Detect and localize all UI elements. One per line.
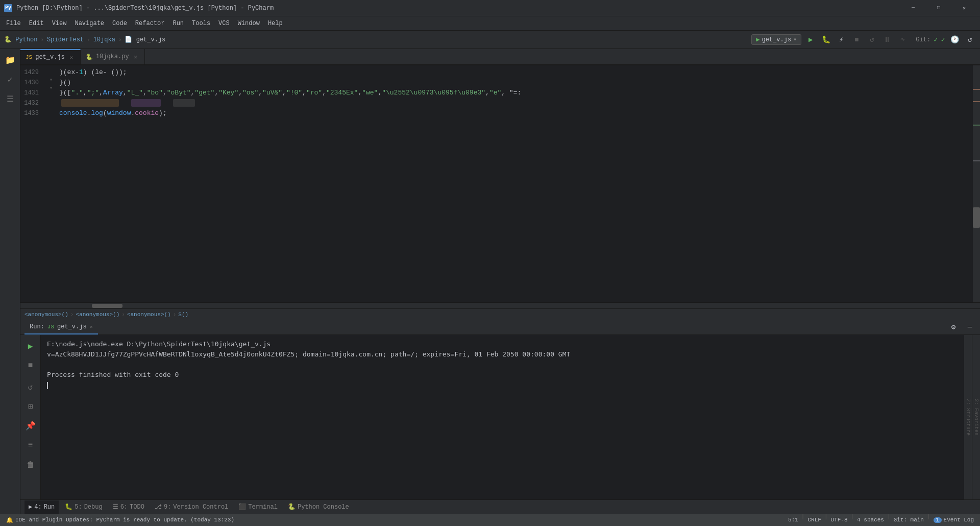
tab-10jqka-py[interactable]: 🐍 10jqka.py ✕ xyxy=(81,49,145,64)
run-stop-icon[interactable]: ■ xyxy=(21,356,40,375)
code-line-1432 xyxy=(57,98,973,108)
code-line-1431: }([".", ";", Array, "L_", "bo", "oByt", … xyxy=(57,88,973,98)
encoding[interactable]: UTF-8 xyxy=(828,514,849,526)
menu-run[interactable]: Run xyxy=(168,18,188,29)
favorites-panel-label[interactable]: 2: Favorites xyxy=(972,335,980,499)
menu-window[interactable]: Window xyxy=(234,18,264,29)
menu-refactor[interactable]: Refactor xyxy=(131,18,169,29)
ln-1431: 1431 xyxy=(20,88,43,98)
terminal-status-label: Terminal xyxy=(248,504,278,511)
stop-button[interactable]: ■ xyxy=(850,34,863,46)
run-button[interactable]: ▶ xyxy=(804,34,817,46)
line-endings[interactable]: CRLF xyxy=(805,514,823,526)
panel-settings-icon[interactable]: ⚙ xyxy=(947,321,960,333)
sidebar-structure-icon[interactable]: ☰ xyxy=(1,90,19,108)
gutter-1432 xyxy=(47,92,55,100)
run-format-icon[interactable]: ≡ xyxy=(21,436,40,455)
code-scroll-area[interactable]: 1429 1430 1431 1432 1433 ▾ ▾ xyxy=(20,65,980,302)
menu-edit[interactable]: Edit xyxy=(25,18,48,29)
run-status-icon: ▶ xyxy=(29,503,32,511)
vcs-status-tab[interactable]: ⎇ 9: Version Control xyxy=(151,500,232,514)
code-editor: 1429 1430 1431 1432 1433 ▾ ▾ xyxy=(20,65,980,320)
minimize-button[interactable]: ─ xyxy=(901,0,925,16)
tab-get-v-js-close[interactable]: ✕ xyxy=(68,54,75,61)
menu-view[interactable]: View xyxy=(48,18,71,29)
js-file-icon: JS xyxy=(26,54,32,60)
event-log[interactable]: 1 Event Log xyxy=(932,514,976,526)
close-button[interactable]: ✕ xyxy=(952,0,976,16)
fold-1430-icon[interactable]: ▾ xyxy=(50,77,53,83)
horizontal-scrollbar[interactable] xyxy=(20,302,980,308)
menu-help[interactable]: Help xyxy=(264,18,287,29)
maximize-button[interactable]: □ xyxy=(927,0,950,16)
breadcrumb-get-v-js[interactable]: 📄 get_v.js xyxy=(125,36,165,43)
breadcrumb-spidertest[interactable]: SpiderTest xyxy=(47,36,84,43)
update-notification[interactable]: 🔔 IDE and Plugin Updates: PyCharm is rea… xyxy=(4,514,236,526)
breadcrumb-anon2[interactable]: <anonymous>() xyxy=(76,312,119,318)
indentation[interactable]: 4 spaces xyxy=(855,514,886,526)
git-history-button[interactable]: 🕐 xyxy=(948,34,961,46)
run-config-dropdown-icon[interactable]: ▾ xyxy=(793,36,797,43)
run-status-tab[interactable]: ▶ 4: Run xyxy=(24,500,59,514)
scroll-thumb[interactable] xyxy=(973,207,980,228)
run-tab-close-icon[interactable]: ✕ xyxy=(90,324,93,330)
run-pin-icon[interactable]: 📌 xyxy=(21,417,40,435)
output-line-blank xyxy=(47,360,958,370)
app-wrapper: Py Python [D:\Python] - ...\SpiderTest\1… xyxy=(0,0,980,526)
menu-vcs[interactable]: VCS xyxy=(214,18,234,29)
run-play-icon[interactable]: ▶ xyxy=(21,337,40,355)
git-refresh-button[interactable]: ↺ xyxy=(964,34,976,46)
obf-segment-2 xyxy=(131,99,161,107)
right-scrollbar[interactable] xyxy=(973,65,980,302)
py-file-icon: 🐍 xyxy=(86,54,93,60)
vcs-status-label: Version Control xyxy=(173,504,228,511)
git-check-icon[interactable]: ✓ xyxy=(934,35,938,44)
terminal-output[interactable]: E:\node.js\node.exe D:\Python\SpiderTest… xyxy=(41,335,964,499)
menu-file[interactable]: File xyxy=(2,18,25,29)
debug-status-tab[interactable]: 🐛 5: Debug xyxy=(61,500,106,514)
cursor-position[interactable]: 5:1 xyxy=(786,514,800,526)
todo-status-tab[interactable]: ☰ 6: TODO xyxy=(109,500,149,514)
breadcrumb-anon1[interactable]: <anonymous>() xyxy=(24,312,68,318)
menu-code[interactable]: Code xyxy=(108,18,131,29)
run-tab-label: get_v.js xyxy=(57,323,87,330)
python-console-status-tab[interactable]: 🐍 Python Console xyxy=(284,500,353,514)
run-tab[interactable]: Run: JS get_v.js ✕ xyxy=(24,320,98,334)
git-branch[interactable]: Git: main xyxy=(892,514,926,526)
run-config[interactable]: ▶ get_v.js ▾ xyxy=(751,34,801,45)
event-log-badge: 1 xyxy=(934,517,942,523)
pause-button[interactable]: ⏸ xyxy=(881,34,893,46)
debug-status-num: 5: xyxy=(75,504,82,511)
fold-1431-icon[interactable]: ▾ xyxy=(50,85,53,91)
obf-segment-1 xyxy=(61,99,119,107)
debug-button[interactable]: 🐛 xyxy=(820,34,832,46)
terminal-status-tab[interactable]: ⬛ Terminal xyxy=(234,500,282,514)
sidebar-commit-icon[interactable]: ✓ xyxy=(1,70,19,89)
sidebar-project-icon[interactable]: 📁 xyxy=(1,51,19,69)
js-run-icon: JS xyxy=(47,324,54,330)
python-console-icon: 🐍 xyxy=(288,503,296,511)
run-rerun-icon[interactable]: ↺ xyxy=(21,378,40,396)
tab-10jqka-py-close[interactable]: ✕ xyxy=(132,53,139,60)
step-over-button[interactable]: ↷ xyxy=(896,34,909,46)
breadcrumb-anon3[interactable]: <anonymous>() xyxy=(127,312,171,318)
breadcrumb-s0[interactable]: S() xyxy=(178,312,188,318)
hscroll-thumb[interactable] xyxy=(92,304,122,308)
run-panel-split-icon[interactable]: ⊞ xyxy=(21,397,40,416)
menu-navigate[interactable]: Navigate xyxy=(70,18,108,29)
breadcrumb-python[interactable]: 🐍 Python xyxy=(4,36,37,43)
menu-tools[interactable]: Tools xyxy=(188,18,214,29)
terminal-cursor xyxy=(47,382,48,389)
bottom-panel-tabs: Run: JS get_v.js ✕ ⚙ ─ xyxy=(20,320,980,335)
panel-minimize-icon[interactable]: ─ xyxy=(964,321,976,333)
window-controls: ─ □ ✕ xyxy=(901,0,976,16)
breadcrumb-10jqka[interactable]: 10jqka xyxy=(93,36,115,43)
rerun-button[interactable]: ↺ xyxy=(866,34,878,46)
run-with-coverage-button[interactable]: ⚡ xyxy=(835,34,847,46)
structure-panel-label[interactable]: Z: Structure xyxy=(964,335,972,499)
git-check2-icon[interactable]: ✓ xyxy=(941,35,945,44)
run-trash-icon[interactable]: 🗑 xyxy=(21,456,40,474)
code-content[interactable]: )(ex - 1) (le - ()); }() }([".", ";", Ar… xyxy=(57,65,973,302)
tab-get-v-js[interactable]: JS get_v.js ✕ xyxy=(20,49,81,64)
status-right: 5:1 | CRLF | UTF-8 | 4 spaces | Git: mai… xyxy=(786,514,976,526)
